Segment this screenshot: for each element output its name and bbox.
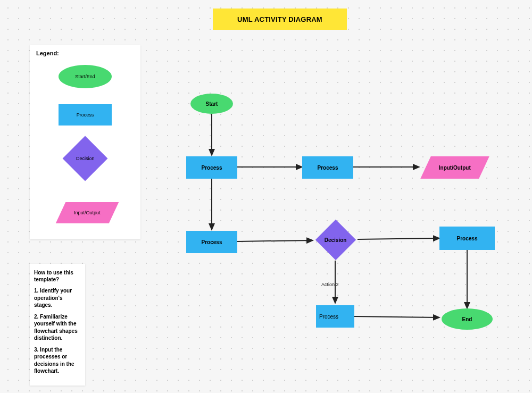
howto-title: How to use this template? <box>34 269 81 283</box>
howto-panel: How to use this template? 1. Identify yo… <box>30 264 85 386</box>
node-process-2[interactable]: Process <box>302 156 353 179</box>
node-end-label: End <box>462 316 472 322</box>
node-start-label: Start <box>206 101 218 107</box>
node-process-5-label: Process <box>319 314 338 320</box>
page-title: UML ACTIVITY DIAGRAM <box>213 9 347 30</box>
node-process-3[interactable]: Process <box>186 231 237 253</box>
node-process-2-label: Process <box>318 165 338 171</box>
howto-step-3: 3. Input the processes or decisions in t… <box>34 346 81 375</box>
node-end[interactable]: End <box>442 308 493 330</box>
legend-decision-label: Decision <box>76 156 95 161</box>
howto-step-1: 1. Identify your operation's stages. <box>34 287 81 309</box>
node-process-4-label: Process <box>457 236 478 241</box>
legend-io: Input/Output <box>56 202 119 223</box>
node-process-3-label: Process <box>202 239 222 245</box>
node-io-1[interactable]: Input/Output <box>420 156 489 179</box>
legend-start-end-label: Start/End <box>75 74 95 79</box>
node-decision-label: Decision <box>325 237 347 243</box>
legend-process-label: Process <box>77 112 94 118</box>
legend-decision: Decision <box>63 136 108 181</box>
svg-line-4 <box>237 240 313 241</box>
legend-process: Process <box>59 104 112 126</box>
legend-panel: Legend: Start/End Process Decision Input… <box>30 45 140 239</box>
svg-line-8 <box>354 316 439 317</box>
edge-label-action2: Action 2 <box>321 282 339 287</box>
legend-io-label: Input/Output <box>74 210 101 215</box>
node-io-1-label: Input/Output <box>439 165 471 171</box>
legend-title: Legend: <box>36 50 59 56</box>
node-process-1[interactable]: Process <box>186 156 237 179</box>
node-process-4[interactable]: Process <box>439 227 495 250</box>
node-decision[interactable]: Decision <box>315 220 356 260</box>
node-process-5[interactable]: Process <box>316 305 354 328</box>
node-process-1-label: Process <box>202 165 222 171</box>
node-start[interactable]: Start <box>190 94 233 114</box>
svg-line-5 <box>358 238 439 239</box>
howto-step-2: 2. Familiarize yourself with the flowcha… <box>34 313 81 342</box>
legend-start-end: Start/End <box>59 65 112 88</box>
